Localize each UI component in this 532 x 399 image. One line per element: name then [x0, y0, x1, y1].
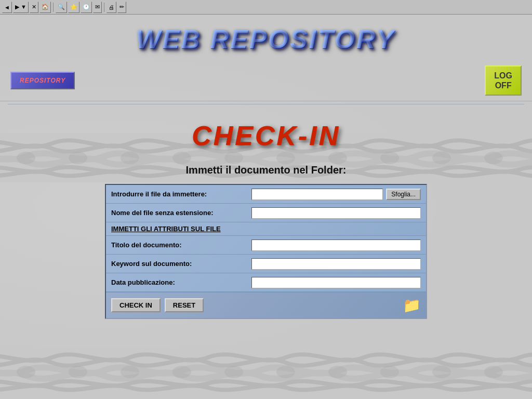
svg-point-14	[121, 366, 139, 378]
button-row: CHECK IN RESET 📁	[106, 292, 426, 318]
svg-point-13	[69, 366, 87, 378]
mail-button[interactable]: ✉	[93, 2, 102, 13]
stop-button[interactable]: ✕	[30, 2, 38, 13]
rope-decoration-bottom	[0, 347, 532, 396]
folder-icon: 📁	[403, 297, 421, 314]
svg-point-19	[380, 366, 399, 378]
checkin-button[interactable]: CHECK IN	[111, 298, 161, 312]
attributes-header[interactable]: IMMETTI GLI ATTRIBUTI SUL FILE	[106, 222, 426, 236]
divider	[8, 104, 524, 104]
browser-toolbar: ◄ ▶ ▼ ✕ 🏠 🔍 ⭐ 🕐 ✉ 🖨 ✏	[0, 0, 532, 15]
checkin-title-text: CHECK-IN	[192, 120, 340, 151]
forward-button[interactable]: ▶ ▼	[13, 2, 29, 13]
filename-input[interactable]	[251, 207, 421, 219]
file-label: Introdurre il file da immettere:	[111, 190, 251, 198]
file-input-row: Introdurre il file da immettere: Sfoglia…	[106, 185, 426, 204]
main-content: WEB REPOSITORY REPOSITORY LOGOFF CHECK-I…	[0, 15, 532, 399]
checkin-form: Introdurre il file da immettere: Sfoglia…	[105, 184, 427, 319]
subtitle-text: Immetti il documento nel Folder:	[186, 164, 347, 176]
title-row: Titolo del documento:	[106, 236, 426, 255]
favorites-button[interactable]: ⭐	[68, 2, 79, 13]
keyword-row: Keyword sul documento:	[106, 255, 426, 273]
svg-point-15	[172, 366, 191, 378]
home-button[interactable]: 🏠	[39, 2, 51, 13]
print-button[interactable]: 🖨	[107, 2, 116, 13]
title-input[interactable]	[251, 240, 421, 251]
back-button[interactable]: ◄	[2, 2, 12, 13]
nav-bar: REPOSITORY LOGOFF	[0, 60, 532, 101]
date-row: Data pubblicazione:	[106, 273, 426, 292]
keyword-label: Keyword sul documento:	[111, 260, 251, 268]
reset-button[interactable]: RESET	[165, 298, 204, 312]
svg-point-18	[328, 366, 347, 378]
svg-point-12	[17, 366, 35, 378]
date-label: Data pubblicazione:	[111, 278, 251, 286]
svg-point-20	[432, 366, 451, 378]
filename-row: Nome del file senza estensione:	[106, 204, 426, 222]
svg-point-16	[224, 366, 243, 378]
logoff-button[interactable]: LOGOFF	[485, 65, 522, 96]
history-button[interactable]: 🕐	[81, 2, 92, 13]
form-subtitle: Immetti il documento nel Folder:	[0, 156, 532, 184]
checkin-header: CHECK-IN	[0, 110, 532, 156]
site-title: WEB REPOSITORY	[137, 25, 396, 55]
browse-button[interactable]: Sfoglia...	[386, 189, 421, 200]
date-input[interactable]	[251, 277, 421, 288]
page-header: WEB REPOSITORY	[0, 15, 532, 60]
file-input[interactable]	[251, 189, 383, 200]
title-label: Titolo del documento:	[111, 241, 251, 249]
keyword-input[interactable]	[251, 258, 421, 270]
repository-button[interactable]: REPOSITORY	[10, 72, 75, 89]
svg-point-21	[484, 366, 503, 378]
filename-label: Nome del file senza estensione:	[111, 209, 251, 217]
search-button[interactable]: 🔍	[56, 2, 67, 13]
edit-button[interactable]: ✏	[117, 2, 126, 13]
svg-point-17	[276, 366, 295, 378]
